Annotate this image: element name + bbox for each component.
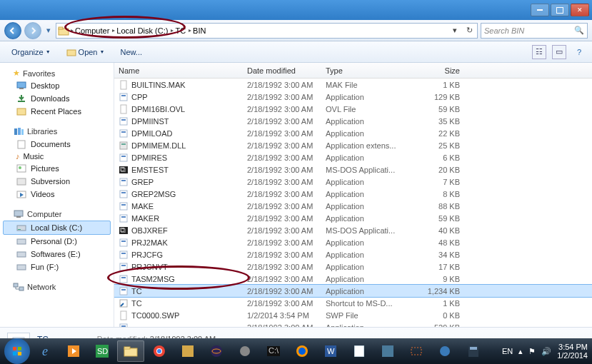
svg-rect-96 xyxy=(382,345,393,357)
svg-rect-23 xyxy=(19,287,24,290)
back-button[interactable] xyxy=(4,22,21,39)
maximize-button[interactable] xyxy=(551,4,569,16)
taskbar-snip-icon[interactable] xyxy=(403,340,430,362)
svg-rect-25 xyxy=(120,93,127,101)
tray-arrow-icon[interactable]: ▴ xyxy=(518,347,523,356)
file-row[interactable]: ⧉EMSTEST2/18/1992 3:00 AMMS-DOS Applicat… xyxy=(114,163,592,176)
sidebar-item-videos[interactable]: Videos xyxy=(3,188,111,201)
sidebar-item-personal-d[interactable]: Personal (D:) xyxy=(3,235,111,248)
taskbar-firefox-icon[interactable] xyxy=(289,340,316,362)
file-name: OBJXREF xyxy=(131,226,168,235)
new-button[interactable]: New... xyxy=(114,46,148,59)
file-list[interactable]: BUILTINS.MAK2/18/1992 3:00 AMMAK File1 K… xyxy=(114,79,592,327)
file-row[interactable]: PRJCNVT2/18/1992 3:00 AMApplication17 KB xyxy=(114,261,592,273)
organize-button[interactable]: Organize▼ xyxy=(6,46,56,59)
file-row[interactable]: 2/18/1992 3:00 AMApplication529 KB xyxy=(114,321,592,327)
taskbar-calc-icon[interactable] xyxy=(460,340,487,362)
taskbar-chrome-icon[interactable] xyxy=(146,340,173,362)
volume-icon[interactable]: 🔊 xyxy=(541,347,551,356)
file-type: MS-DOS Applicati... xyxy=(321,166,407,174)
svg-rect-32 xyxy=(120,142,127,149)
file-icon xyxy=(119,286,129,296)
taskbar-notepad-icon[interactable] xyxy=(346,340,373,362)
file-row[interactable]: DPMIINST2/18/1992 3:00 AMApplication35 K… xyxy=(114,115,592,127)
history-dropdown[interactable]: ▾ xyxy=(44,23,53,39)
svg-rect-5 xyxy=(18,101,25,102)
taskbar-ie-icon[interactable]: e xyxy=(31,340,59,362)
column-size[interactable]: Size xyxy=(407,66,471,75)
file-row[interactable]: DPMIRES2/18/1992 3:00 AMApplication6 KB xyxy=(114,151,592,163)
file-date: 2/18/1992 3:00 AM xyxy=(243,141,321,150)
sidebar-item-softwares-e[interactable]: Softwares (E:) xyxy=(3,248,111,261)
taskbar-app2-icon[interactable] xyxy=(231,340,259,362)
sidebar-item-recent[interactable]: Recent Places xyxy=(3,105,111,118)
file-row[interactable]: CPP2/18/1992 3:00 AMApplication129 KB xyxy=(114,91,592,103)
svg-rect-73 xyxy=(13,347,16,350)
start-button[interactable] xyxy=(4,338,30,364)
taskbar-app3-icon[interactable] xyxy=(374,340,401,362)
file-row[interactable]: DPMIMEM.DLL2/18/1992 3:00 AMApplication … xyxy=(114,139,592,151)
file-row[interactable]: BUILTINS.MAK2/18/1992 3:00 AMMAK File1 K… xyxy=(114,79,592,91)
file-row[interactable]: GREP2/18/1992 3:00 AMApplication7 KB xyxy=(114,176,592,188)
file-row[interactable]: PRJCFG2/18/1992 3:00 AMApplication34 KB xyxy=(114,248,592,261)
language-indicator[interactable]: EN xyxy=(502,347,513,355)
breadcrumb-item[interactable]: ▸Computer xyxy=(69,24,111,38)
file-row[interactable]: MAKE2/18/1992 3:00 AMApplication88 KB xyxy=(114,200,592,212)
taskbar-app4-icon[interactable] xyxy=(431,340,458,362)
sidebar-item-desktop[interactable]: Desktop xyxy=(3,79,111,92)
breadcrumb-item[interactable]: ▸TC xyxy=(169,24,187,38)
preview-pane-button[interactable]: ▭ xyxy=(552,45,566,59)
file-type: Application xyxy=(321,323,407,328)
file-row[interactable]: TC2/18/1992 3:00 AMShortcut to MS-D...1 … xyxy=(114,297,592,309)
taskbar-sd-icon[interactable]: SD xyxy=(89,340,116,362)
breadcrumb-item[interactable]: ▸BIN xyxy=(187,24,207,38)
file-row[interactable]: TC0000.SWP1/2/2014 3:54 PMSWP File0 KB xyxy=(114,309,592,321)
file-row[interactable]: ⧉OBJXREF2/18/1992 3:00 AMMS-DOS Applicat… xyxy=(114,224,592,236)
file-row[interactable]: DPMILOAD2/18/1992 3:00 AMApplication22 K… xyxy=(114,127,592,139)
open-button[interactable]: Open▼ xyxy=(61,46,111,59)
network-header[interactable]: Network xyxy=(3,280,111,293)
file-row[interactable]: TC2/18/1992 3:00 AMApplication1,234 KB xyxy=(114,285,592,297)
favorites-header[interactable]: ★Favorites xyxy=(3,67,111,79)
clock[interactable]: 3:54 PM 1/2/2014 xyxy=(557,343,588,360)
svg-rect-29 xyxy=(121,119,126,121)
sidebar-item-fun-f[interactable]: Fun (F:) xyxy=(3,261,111,273)
address-dropdown[interactable]: ▾ xyxy=(448,26,461,35)
view-options-button[interactable]: ☷ xyxy=(532,45,546,59)
column-name[interactable]: Name xyxy=(114,66,243,75)
sidebar-item-documents[interactable]: Documents xyxy=(3,138,111,151)
libraries-header[interactable]: Libraries xyxy=(3,125,111,138)
minimize-button[interactable] xyxy=(531,4,549,16)
sidebar-item-pictures[interactable]: Pictures xyxy=(3,162,111,175)
file-row[interactable]: GREP2MSG2/18/1992 3:00 AMApplication8 KB xyxy=(114,188,592,200)
taskbar-app-icon[interactable] xyxy=(174,340,201,362)
sidebar-item-downloads[interactable]: Downloads xyxy=(3,92,111,105)
taskbar-terminal-icon[interactable]: C:\ xyxy=(260,340,287,362)
help-button[interactable]: ? xyxy=(572,45,586,59)
refresh-button[interactable]: ↻ xyxy=(463,26,476,35)
taskbar-word-icon[interactable]: W xyxy=(317,340,344,362)
flag-icon[interactable]: ⚑ xyxy=(528,347,536,356)
sidebar-item-subversion[interactable]: Subversion xyxy=(3,175,111,188)
file-row[interactable]: DPMI16BI.OVL2/18/1992 3:00 AMOVL File59 … xyxy=(114,103,592,115)
column-date[interactable]: Date modified xyxy=(243,66,321,75)
address-bar[interactable]: ▸Computer ▸Local Disk (C:) ▸TC ▸BIN ▾ ↻ xyxy=(56,23,478,39)
taskbar-eclipse-icon[interactable] xyxy=(203,340,230,362)
file-row[interactable]: PRJ2MAK2/18/1992 3:00 AMApplication48 KB xyxy=(114,236,592,248)
svg-point-12 xyxy=(19,166,21,169)
file-row[interactable]: TASM2MSG2/18/1992 3:00 AMApplication9 KB xyxy=(114,273,592,285)
search-box[interactable]: Search BIN 🔍 xyxy=(481,23,588,39)
forward-button[interactable] xyxy=(24,22,41,39)
taskbar-explorer-icon[interactable] xyxy=(117,340,144,362)
system-tray[interactable]: EN ▴ ⚑ 🔊 3:54 PM 1/2/2014 xyxy=(502,343,588,360)
computer-header[interactable]: Computer xyxy=(3,208,111,221)
file-name: DPMIMEM.DLL xyxy=(131,141,186,150)
close-button[interactable] xyxy=(571,4,589,16)
svg-text:⧉: ⧉ xyxy=(120,226,126,234)
sidebar-item-local-disk-c[interactable]: Local Disk (C:) xyxy=(3,221,111,235)
sidebar-item-music[interactable]: ♪Music xyxy=(3,151,111,162)
column-type[interactable]: Type xyxy=(321,66,407,75)
breadcrumb-item[interactable]: ▸Local Disk (C:) xyxy=(111,24,169,38)
file-row[interactable]: MAKER2/18/1992 3:00 AMApplication59 KB xyxy=(114,212,592,224)
taskbar-media-icon[interactable] xyxy=(60,340,87,362)
